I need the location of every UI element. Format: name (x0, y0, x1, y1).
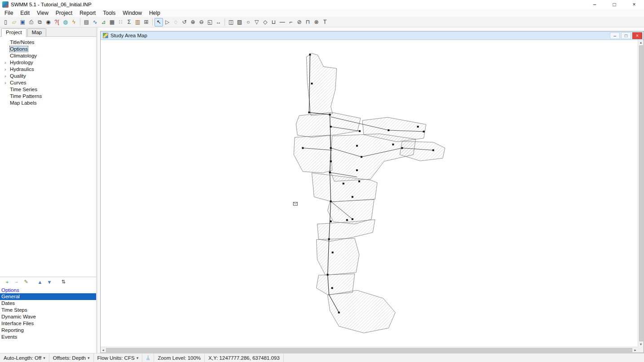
graph-button[interactable]: ⊿ (99, 18, 108, 26)
scroll-down-icon[interactable]: ▾ (639, 342, 644, 347)
tree-item-curves[interactable]: ›Curves (0, 79, 96, 86)
junction-node[interactable] (330, 221, 332, 222)
map-window-titlebar[interactable]: Study Area Map – □ × (101, 31, 644, 40)
vertical-scrollbar-thumb[interactable] (639, 45, 643, 341)
chevron-right-icon[interactable]: › (4, 66, 6, 73)
junction-node[interactable] (330, 126, 332, 128)
options-item-time-steps[interactable]: Time Steps (0, 307, 96, 313)
query-button[interactable]: ?{ (53, 18, 61, 26)
full-extent-button[interactable]: ◱ (206, 18, 214, 26)
add-outfall-button[interactable]: ▽ (252, 18, 261, 26)
add-pump-button[interactable]: ⌐ (287, 18, 295, 26)
map-canvas[interactable] (101, 40, 638, 347)
dropdown-arrow-icon[interactable]: ▾ (137, 356, 139, 360)
print-button[interactable]: ⎙ (27, 18, 35, 26)
save-file-button[interactable]: ▣ (18, 18, 27, 26)
select-vertex-button[interactable]: ▷ (163, 18, 172, 26)
move-down-button[interactable]: ▼ (45, 278, 53, 286)
junction-node[interactable] (401, 147, 403, 149)
menu-edit[interactable]: Edit (17, 9, 33, 17)
measure-button[interactable]: ↔ (214, 18, 223, 26)
dropdown-arrow-icon[interactable]: ▾ (43, 356, 45, 360)
add-rain-gage-button[interactable]: ◫ (227, 18, 235, 26)
add-weir-button[interactable]: ⊓ (304, 18, 312, 26)
junction-node[interactable] (329, 114, 331, 115)
subcatchment-polygon[interactable] (328, 290, 396, 333)
junction-node[interactable] (331, 287, 333, 289)
subcatchment-polygon[interactable] (296, 112, 361, 137)
run-simulation-button[interactable]: ϟ (70, 18, 78, 26)
program-options-button[interactable]: ⊞ (142, 18, 150, 26)
tree-item-time-patterns[interactable]: Time Patterns (0, 93, 96, 100)
options-item-general[interactable]: General (0, 293, 96, 300)
profile-plot-button[interactable]: ∿ (91, 18, 99, 26)
scroll-left-icon[interactable]: ◂ (101, 348, 106, 353)
scroll-right-icon[interactable]: ▸ (633, 348, 638, 353)
menu-file[interactable]: File (1, 9, 17, 17)
junction-node[interactable] (346, 219, 348, 221)
add-outlet-button[interactable]: ⊗ (312, 18, 321, 26)
auto-length-status[interactable]: Auto-Length: Off▾ (0, 353, 49, 362)
menu-view[interactable]: View (33, 9, 52, 17)
delete-object-button[interactable]: − (13, 278, 21, 286)
menu-report[interactable]: Report (76, 9, 99, 17)
menu-tools[interactable]: Tools (99, 9, 119, 17)
overview-map-button[interactable]: ◍ (61, 18, 70, 26)
subcatchment-polygon[interactable] (316, 238, 359, 275)
junction-node[interactable] (330, 200, 332, 202)
statistics-button[interactable]: Σ (125, 18, 133, 26)
sort-button[interactable]: ⇅ (59, 278, 67, 286)
maximize-button[interactable]: □ (604, 0, 624, 9)
tree-item-quality[interactable]: ›Quality (0, 73, 96, 79)
junction-node[interactable] (352, 196, 353, 198)
junction-node[interactable] (356, 169, 358, 171)
zoom-out-button[interactable]: ⊖ (197, 18, 206, 26)
junction-node[interactable] (392, 144, 394, 146)
flow-units-status[interactable]: Flow Units: CFS▾ (94, 353, 143, 362)
junction-node[interactable] (343, 183, 344, 185)
tree-item-hydrology[interactable]: ›Hydrology (0, 59, 96, 66)
junction-node[interactable] (302, 147, 304, 149)
status-report-button[interactable]: ▤ (82, 18, 91, 26)
tree-item-time-series[interactable]: Time Series (0, 86, 96, 93)
edit-object-button[interactable]: ✎ (22, 278, 30, 286)
move-up-button[interactable]: ▲ (36, 278, 44, 286)
junction-node[interactable] (332, 252, 334, 253)
add-subcatchment-button[interactable]: ▨ (235, 18, 244, 26)
options-item-reporting[interactable]: Reporting (0, 327, 96, 334)
subcatchment-polygon[interactable] (317, 220, 375, 242)
options-item-dates[interactable]: Dates (0, 300, 96, 307)
offsets-status[interactable]: Offsets: Depth▾ (49, 353, 94, 362)
add-orifice-button[interactable]: ⊘ (295, 18, 304, 26)
minimize-button[interactable]: – (585, 0, 604, 9)
subcatchment-polygon[interactable] (294, 135, 332, 173)
options-item-interface-files[interactable]: Interface Files (0, 320, 96, 327)
horizontal-scrollbar[interactable]: ◂ ▸ (101, 347, 638, 353)
horizontal-scrollbar-thumb[interactable] (106, 348, 632, 352)
junction-node[interactable] (330, 147, 332, 149)
study-area-map-svg[interactable] (101, 40, 638, 347)
junction-node[interactable] (356, 145, 358, 147)
junction-node[interactable] (432, 150, 434, 151)
find-object-button[interactable]: ◉ (44, 18, 53, 26)
chevron-right-icon[interactable]: › (4, 79, 6, 86)
junction-node[interactable] (311, 83, 313, 84)
tree-item-map-labels[interactable]: Map Labels (0, 100, 96, 106)
tree-item-options[interactable]: Options (0, 46, 96, 53)
open-file-button[interactable]: ▱ (10, 18, 18, 26)
junction-node[interactable] (308, 111, 310, 113)
tab-project[interactable]: Project (1, 28, 26, 37)
options-item-dynamic-wave[interactable]: Dynamic Wave (0, 313, 96, 320)
select-object-button[interactable]: ↖ (154, 18, 163, 26)
zoom-in-button[interactable]: ⊕ (189, 18, 197, 26)
junction-node[interactable] (352, 218, 353, 220)
select-region-button[interactable]: ◌ (172, 18, 180, 26)
tree-item-hydraulics[interactable]: ›Hydraulics (0, 66, 96, 73)
scroll-up-icon[interactable]: ▴ (639, 40, 644, 45)
dropdown-arrow-icon[interactable]: ▾ (88, 356, 90, 360)
add-label-button[interactable]: T (321, 18, 329, 26)
junction-node[interactable] (423, 131, 425, 132)
tab-map[interactable]: Map (27, 28, 46, 36)
close-button[interactable]: × (624, 0, 644, 9)
junction-node[interactable] (309, 54, 311, 56)
